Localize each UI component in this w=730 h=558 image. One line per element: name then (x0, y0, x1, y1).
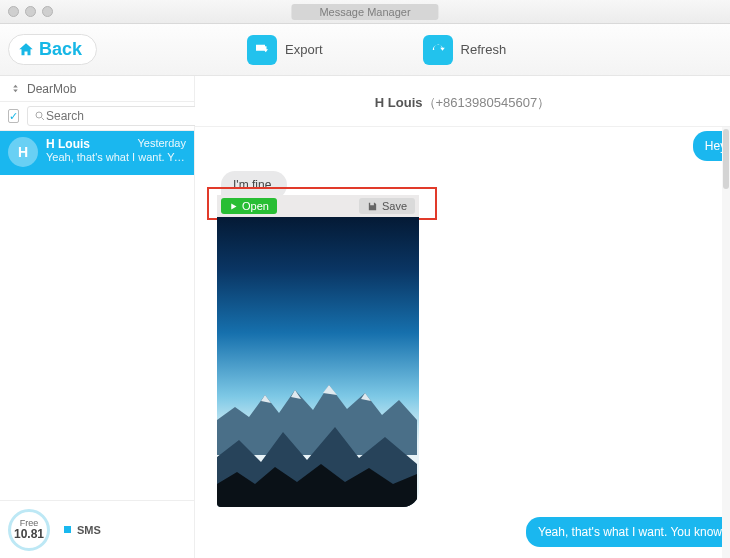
storage-amount: 10.81 (14, 528, 44, 540)
traffic-zoom[interactable] (42, 6, 53, 17)
select-all-checkbox[interactable]: ✓ (8, 109, 19, 123)
chat-body: Hey, how I'm fine. Open Save (195, 127, 730, 558)
mountains-near-icon (217, 412, 417, 507)
window-titlebar: Message Manager (0, 0, 730, 24)
category-sms[interactable]: SMS (64, 524, 101, 536)
image-content[interactable] (217, 217, 419, 507)
conversation-name: H Louis (46, 137, 90, 151)
chat-contact-phone: （+8613980545607） (423, 95, 551, 110)
storage-gauge: Free 10.81 (8, 509, 50, 551)
search-icon (34, 110, 46, 122)
message-text: Yeah, that's what I want. You know me so (526, 517, 730, 547)
home-icon (17, 41, 35, 59)
export-icon (247, 35, 277, 65)
refresh-label: Refresh (461, 42, 507, 57)
back-label: Back (39, 39, 82, 60)
export-label: Export (285, 42, 323, 57)
save-icon (367, 201, 378, 212)
search-input[interactable] (46, 109, 196, 123)
search-row: ✓ (0, 102, 194, 131)
svg-point-0 (36, 112, 42, 118)
chat-header: H Louis（+8613980545607） (195, 76, 730, 127)
traffic-close[interactable] (8, 6, 19, 17)
avatar: H (8, 137, 38, 167)
sort-icon (10, 83, 21, 94)
conversation-preview: Yeah, that's what I want. You kno... (46, 151, 186, 163)
image-message: Open Save (217, 195, 419, 507)
category-label: SMS (77, 524, 101, 536)
message-outgoing: Yeah, that's what I want. You know me so (526, 517, 730, 547)
sidebar-footer: Free 10.81 SMS (0, 500, 194, 558)
sidebar: DearMob ✓ H H Louis Yesterday Yeah, that… (0, 76, 195, 558)
scrollbar-track[interactable] (722, 127, 730, 558)
chat-contact-name: H Louis (375, 95, 423, 110)
back-button[interactable]: Back (8, 34, 97, 65)
image-action-bar: Open Save (217, 195, 419, 217)
category-dot-icon (64, 526, 71, 533)
conversation-item[interactable]: H H Louis Yesterday Yeah, that's what I … (0, 131, 194, 175)
save-label: Save (382, 200, 407, 212)
svg-line-1 (42, 118, 45, 121)
play-icon (229, 202, 238, 211)
refresh-button[interactable]: Refresh (423, 35, 507, 65)
chat-pane: H Louis（+8613980545607） Hey, how I'm fin… (195, 76, 730, 558)
refresh-icon (423, 35, 453, 65)
save-button[interactable]: Save (359, 198, 415, 214)
brand-row[interactable]: DearMob (0, 76, 194, 102)
export-button[interactable]: Export (247, 35, 323, 65)
window-title: Message Manager (291, 4, 438, 20)
scrollbar-thumb[interactable] (723, 129, 729, 189)
search-field-wrap (27, 106, 203, 126)
open-button[interactable]: Open (221, 198, 277, 214)
traffic-minimize[interactable] (25, 6, 36, 17)
toolbar: Back Export Refresh (0, 24, 730, 76)
open-label: Open (242, 200, 269, 212)
conversation-time: Yesterday (137, 137, 186, 151)
brand-label: DearMob (27, 82, 76, 96)
